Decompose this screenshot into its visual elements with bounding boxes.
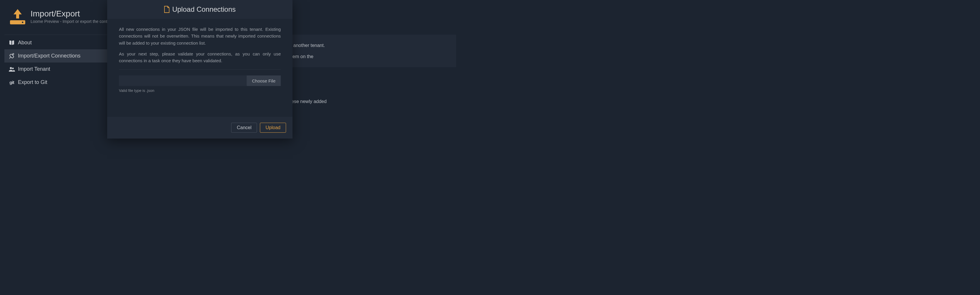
users-icon	[8, 67, 15, 72]
upload-icon	[9, 8, 26, 25]
page-subtitle: Loome Preview - Import or export the con…	[30, 19, 113, 24]
file-icon	[164, 6, 170, 13]
svg-point-2	[10, 67, 12, 69]
cancel-button[interactable]: Cancel	[231, 123, 257, 133]
svg-point-1	[22, 22, 24, 23]
svg-point-3	[12, 68, 14, 69]
modal-body: All new connections in your JSON file wi…	[107, 19, 293, 117]
upload-connections-modal: Upload Connections All new connections i…	[107, 0, 293, 138]
sidebar-item-label: Import/Export Connections	[18, 53, 81, 59]
modal-title: Upload Connections	[172, 5, 235, 14]
git-icon: git	[8, 80, 15, 85]
modal-header: Upload Connections	[107, 0, 293, 19]
sidebar-item-label: About	[18, 40, 32, 46]
choose-file-button[interactable]: Choose File	[247, 75, 281, 86]
modal-footer: Cancel Upload	[107, 117, 293, 138]
upload-button[interactable]: Upload	[260, 123, 286, 133]
divider	[119, 69, 281, 70]
modal-text: As your next step, please validate your …	[119, 51, 281, 64]
file-path-input[interactable]	[119, 75, 247, 86]
sidebar-item-label: Import Tenant	[18, 66, 50, 72]
plug-icon	[8, 53, 15, 59]
file-input-row: Choose File	[119, 75, 281, 86]
book-icon	[8, 40, 15, 46]
page-title: Import/Export	[30, 9, 113, 19]
sidebar-item-label: Export to Git	[18, 79, 47, 86]
modal-text: All new connections in your JSON file wi…	[119, 26, 281, 46]
file-type-hint: Valid file type is .json	[119, 88, 281, 93]
